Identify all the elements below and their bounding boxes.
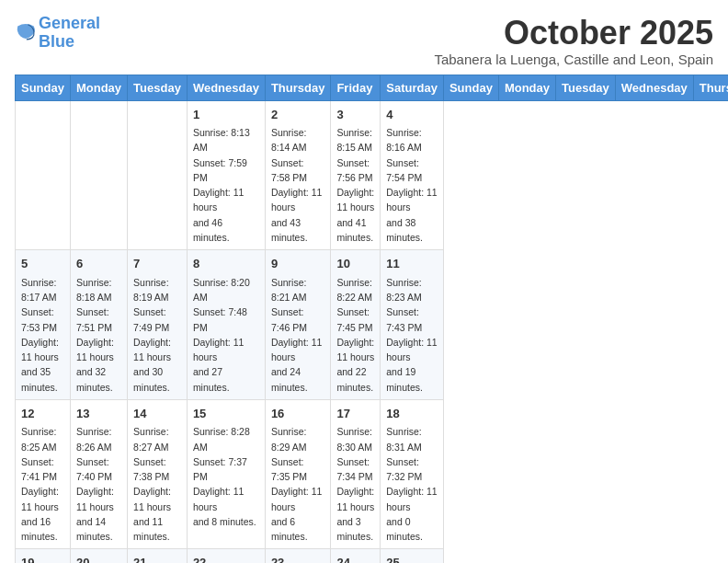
day-number: 25	[386, 554, 438, 563]
title-block: October 2025 Tabanera la Luenga, Castill…	[434, 15, 713, 67]
month-title: October 2025	[434, 15, 713, 52]
day-info: Sunrise: 8:27 AM Sunset: 7:38 PM Dayligh…	[133, 424, 181, 544]
day-number: 12	[21, 405, 64, 423]
header-saturday: Saturday	[381, 75, 444, 100]
col-header-monday: Monday	[498, 75, 555, 100]
day-number: 7	[133, 255, 181, 273]
day-info: Sunrise: 8:15 AM Sunset: 7:56 PM Dayligh…	[336, 125, 374, 245]
day-number: 10	[336, 255, 374, 273]
location-subtitle: Tabanera la Luenga, Castille and Leon, S…	[434, 52, 713, 67]
day-number: 22	[193, 554, 259, 563]
calendar-cell: 11Sunrise: 8:23 AM Sunset: 7:43 PM Dayli…	[381, 250, 444, 400]
calendar-cell: 3Sunrise: 8:15 AM Sunset: 7:56 PM Daylig…	[331, 100, 381, 250]
calendar-cell: 15Sunrise: 8:28 AM Sunset: 7:37 PM Dayli…	[187, 399, 265, 549]
day-info: Sunrise: 8:16 AM Sunset: 7:54 PM Dayligh…	[386, 125, 438, 245]
day-info: Sunrise: 8:21 AM Sunset: 7:46 PM Dayligh…	[271, 275, 325, 395]
day-info: Sunrise: 8:26 AM Sunset: 7:40 PM Dayligh…	[76, 424, 121, 544]
header-tuesday: Tuesday	[128, 75, 188, 100]
calendar-cell: 22Sunrise: 8:36 AM Sunset: 7:26 PM Dayli…	[187, 549, 265, 563]
calendar-cell: 20Sunrise: 8:33 AM Sunset: 7:29 PM Dayli…	[70, 549, 127, 563]
col-header-sunday: Sunday	[443, 75, 498, 100]
day-number: 17	[336, 405, 374, 423]
day-number: 11	[386, 255, 438, 273]
day-number: 20	[76, 554, 121, 563]
day-info: Sunrise: 8:25 AM Sunset: 7:41 PM Dayligh…	[21, 424, 64, 544]
day-number: 23	[271, 554, 325, 563]
calendar-cell: 2Sunrise: 8:14 AM Sunset: 7:58 PM Daylig…	[265, 100, 331, 250]
logo-icon	[15, 20, 37, 42]
day-number: 24	[336, 554, 374, 563]
calendar-cell: 19Sunrise: 8:32 AM Sunset: 7:31 PM Dayli…	[16, 549, 71, 563]
calendar-cell: 13Sunrise: 8:26 AM Sunset: 7:40 PM Dayli…	[70, 399, 127, 549]
calendar-cell: 18Sunrise: 8:31 AM Sunset: 7:32 PM Dayli…	[381, 399, 444, 549]
calendar-cell: 25Sunrise: 8:39 AM Sunset: 7:22 PM Dayli…	[381, 549, 444, 563]
calendar-cell: 14Sunrise: 8:27 AM Sunset: 7:38 PM Dayli…	[128, 399, 188, 549]
day-info: Sunrise: 8:19 AM Sunset: 7:49 PM Dayligh…	[133, 275, 181, 395]
day-info: Sunrise: 8:13 AM Sunset: 7:59 PM Dayligh…	[193, 125, 259, 245]
day-number: 21	[133, 554, 181, 563]
day-number: 16	[271, 405, 325, 423]
calendar-week-row: 12Sunrise: 8:25 AM Sunset: 7:41 PM Dayli…	[16, 399, 729, 549]
day-number: 8	[193, 255, 259, 273]
day-info: Sunrise: 8:17 AM Sunset: 7:53 PM Dayligh…	[21, 275, 64, 395]
page-header: General Blue October 2025 Tabanera la Lu…	[15, 15, 713, 67]
calendar-cell: 21Sunrise: 8:35 AM Sunset: 7:28 PM Dayli…	[128, 549, 188, 563]
day-info: Sunrise: 8:29 AM Sunset: 7:35 PM Dayligh…	[271, 424, 325, 544]
day-info: Sunrise: 8:22 AM Sunset: 7:45 PM Dayligh…	[336, 275, 374, 395]
col-header-thursday: Thursday	[693, 75, 728, 100]
day-number: 15	[193, 405, 259, 423]
day-number: 1	[193, 106, 259, 124]
calendar-cell: 17Sunrise: 8:30 AM Sunset: 7:34 PM Dayli…	[331, 399, 381, 549]
calendar-cell	[128, 100, 188, 250]
day-number: 18	[386, 405, 438, 423]
calendar-cell: 4Sunrise: 8:16 AM Sunset: 7:54 PM Daylig…	[381, 100, 444, 250]
calendar-week-row: 1Sunrise: 8:13 AM Sunset: 7:59 PM Daylig…	[16, 100, 729, 250]
day-number: 19	[21, 554, 64, 563]
col-header-tuesday: Tuesday	[556, 75, 616, 100]
header-thursday: Thursday	[265, 75, 331, 100]
calendar-cell: 10Sunrise: 8:22 AM Sunset: 7:45 PM Dayli…	[331, 250, 381, 400]
calendar-cell	[16, 100, 71, 250]
day-info: Sunrise: 8:31 AM Sunset: 7:32 PM Dayligh…	[386, 424, 438, 544]
day-info: Sunrise: 8:18 AM Sunset: 7:51 PM Dayligh…	[76, 275, 121, 395]
logo-text: General Blue	[39, 15, 100, 52]
calendar-cell: 12Sunrise: 8:25 AM Sunset: 7:41 PM Dayli…	[16, 399, 71, 549]
header-wednesday: Wednesday	[187, 75, 265, 100]
calendar-cell: 9Sunrise: 8:21 AM Sunset: 7:46 PM Daylig…	[265, 250, 331, 400]
calendar-cell: 24Sunrise: 8:38 AM Sunset: 7:23 PM Dayli…	[331, 549, 381, 563]
day-number: 14	[133, 405, 181, 423]
calendar-table: SundayMondayTuesdayWednesdayThursdayFrid…	[15, 75, 728, 563]
col-header-wednesday: Wednesday	[615, 75, 693, 100]
calendar-week-row: 5Sunrise: 8:17 AM Sunset: 7:53 PM Daylig…	[16, 250, 729, 400]
day-info: Sunrise: 8:30 AM Sunset: 7:34 PM Dayligh…	[336, 424, 374, 544]
calendar-cell: 1Sunrise: 8:13 AM Sunset: 7:59 PM Daylig…	[187, 100, 265, 250]
calendar-cell: 7Sunrise: 8:19 AM Sunset: 7:49 PM Daylig…	[128, 250, 188, 400]
day-number: 9	[271, 255, 325, 273]
calendar-cell: 6Sunrise: 8:18 AM Sunset: 7:51 PM Daylig…	[70, 250, 127, 400]
day-number: 2	[271, 106, 325, 124]
header-friday: Friday	[331, 75, 381, 100]
calendar-cell: 8Sunrise: 8:20 AM Sunset: 7:48 PM Daylig…	[187, 250, 265, 400]
header-monday: Monday	[70, 75, 127, 100]
calendar-cell: 5Sunrise: 8:17 AM Sunset: 7:53 PM Daylig…	[16, 250, 71, 400]
header-sunday: Sunday	[16, 75, 71, 100]
day-info: Sunrise: 8:28 AM Sunset: 7:37 PM Dayligh…	[193, 424, 259, 529]
day-number: 5	[21, 255, 64, 273]
calendar-cell	[70, 100, 127, 250]
day-number: 3	[336, 106, 374, 124]
day-number: 6	[76, 255, 121, 273]
calendar-header-row: SundayMondayTuesdayWednesdayThursdayFrid…	[16, 75, 729, 100]
day-info: Sunrise: 8:23 AM Sunset: 7:43 PM Dayligh…	[386, 275, 438, 395]
calendar-cell: 16Sunrise: 8:29 AM Sunset: 7:35 PM Dayli…	[265, 399, 331, 549]
calendar-cell: 23Sunrise: 8:37 AM Sunset: 7:25 PM Dayli…	[265, 549, 331, 563]
day-number: 13	[76, 405, 121, 423]
day-info: Sunrise: 8:20 AM Sunset: 7:48 PM Dayligh…	[193, 275, 259, 395]
day-number: 4	[386, 106, 438, 124]
calendar-week-row: 19Sunrise: 8:32 AM Sunset: 7:31 PM Dayli…	[16, 549, 729, 563]
day-info: Sunrise: 8:14 AM Sunset: 7:58 PM Dayligh…	[271, 125, 325, 245]
logo: General Blue	[15, 15, 100, 52]
